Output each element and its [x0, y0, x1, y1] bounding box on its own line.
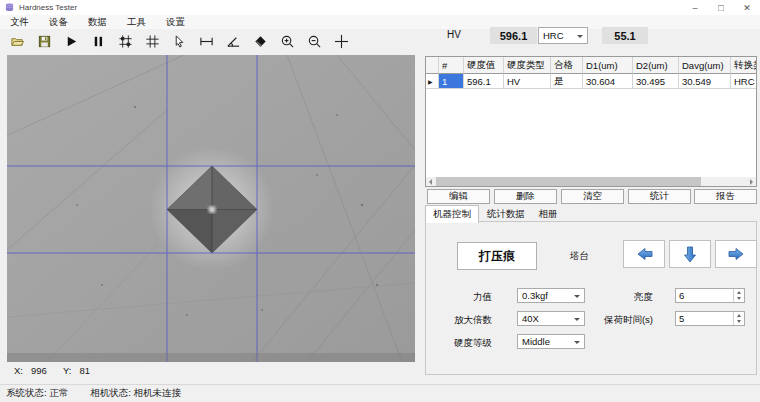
- angle-measure-icon[interactable]: [220, 32, 247, 52]
- crosshair-icon[interactable]: [328, 32, 355, 52]
- grid-icon[interactable]: [139, 32, 166, 52]
- menu-item-tools[interactable]: 工具: [117, 16, 156, 29]
- menu-item-file[interactable]: 文件: [0, 16, 39, 29]
- y-value: 81: [79, 365, 103, 376]
- save-icon[interactable]: [31, 32, 58, 52]
- stepper-arrows-icon[interactable]: [733, 312, 744, 325]
- open-icon[interactable]: [4, 32, 31, 52]
- image-bottom-vignette: [7, 353, 415, 362]
- minimize-button[interactable]: –: [682, 0, 708, 15]
- app-window: Hardness Tester – □ ✕ 文件 设备 数据 工具 设置: [0, 0, 760, 402]
- statusbar: 系统状态: 正常 相机状态: 相机未连接: [0, 384, 760, 402]
- col-header-davg[interactable]: Davg(um): [679, 57, 731, 74]
- dwell-time-value: 5: [679, 313, 684, 324]
- scroll-right-icon[interactable]: [747, 177, 756, 186]
- x-label: X:: [14, 365, 23, 376]
- tab-machine-control[interactable]: 机器控制: [425, 205, 479, 223]
- app-logo-icon: [5, 3, 14, 12]
- brightness-label: 亮度: [565, 291, 653, 304]
- clear-button[interactable]: 清空: [561, 189, 624, 204]
- y-label: Y:: [63, 365, 71, 376]
- hardness-level-label: 硬度等级: [412, 337, 492, 350]
- titlebar: Hardness Tester – □ ✕: [0, 0, 760, 15]
- col-header-index[interactable]: #: [439, 57, 464, 74]
- menu-item-data[interactable]: 数据: [78, 16, 117, 29]
- turret-label: 塔台: [570, 250, 589, 263]
- results-table[interactable]: # 硬度值 硬度类型 合格 D1(um) D2(um) Davg(um) 转换类…: [425, 56, 757, 187]
- row-selected-marker: ▶: [428, 78, 433, 85]
- delete-button[interactable]: 删除: [494, 189, 557, 204]
- selector-column-header: [426, 57, 439, 74]
- convert-type-value: HRC: [543, 30, 564, 41]
- tab-statistics[interactable]: 统计数据: [481, 206, 531, 222]
- brightness-stepper[interactable]: 6: [675, 288, 745, 303]
- zoom-in-icon[interactable]: [274, 32, 301, 52]
- magnification-label: 放大倍数: [412, 314, 492, 327]
- convert-type-dropdown[interactable]: HRC: [538, 27, 588, 44]
- eraser-icon[interactable]: [247, 32, 274, 52]
- chevron-down-icon: [577, 35, 583, 38]
- menu-item-device[interactable]: 设备: [39, 16, 78, 29]
- force-value: 0.3kgf: [522, 290, 548, 301]
- system-status: 系统状态: 正常: [6, 387, 68, 400]
- cell-type[interactable]: HV: [504, 74, 551, 89]
- turret-right-button[interactable]: [715, 240, 757, 268]
- scrollbar-thumb[interactable]: [436, 177, 701, 186]
- zoom-out-icon[interactable]: [301, 32, 328, 52]
- hardness-level-dropdown[interactable]: Middle: [517, 334, 585, 349]
- pause-icon[interactable]: [85, 32, 112, 52]
- brightness-value: 6: [679, 290, 684, 301]
- arrow-left-icon: [636, 247, 653, 261]
- hardness-level-value: Middle: [522, 336, 550, 347]
- close-button[interactable]: ✕: [734, 0, 760, 15]
- x-value: 996: [31, 365, 55, 376]
- hv-value-box: 596.1: [490, 27, 537, 44]
- turret-down-button[interactable]: [669, 240, 711, 268]
- maximize-button[interactable]: □: [708, 0, 734, 15]
- table-row[interactable]: ▶ 1 596.1 HV 是 30.604 30.495 30.549 HRC: [426, 74, 756, 89]
- converted-value-box: 55.1: [602, 27, 648, 44]
- cell-index[interactable]: 1: [439, 74, 464, 89]
- col-header-hardness[interactable]: 硬度值: [464, 57, 504, 74]
- col-header-pass[interactable]: 合格: [551, 57, 583, 74]
- menu-item-settings[interactable]: 设置: [156, 16, 195, 29]
- table-horizontal-scrollbar[interactable]: [426, 177, 756, 186]
- col-header-convert-type[interactable]: 转换类型: [731, 57, 757, 74]
- col-header-d2[interactable]: D2(um): [633, 57, 679, 74]
- cell-d2[interactable]: 30.495: [633, 74, 679, 89]
- cursor-coordinates: X: 996 Y: 81: [14, 365, 111, 376]
- horizontal-measure-icon[interactable]: [193, 32, 220, 52]
- stats-button[interactable]: 统计: [628, 189, 691, 204]
- arrow-right-icon: [728, 247, 745, 261]
- scroll-left-icon[interactable]: [426, 177, 435, 186]
- make-indent-button[interactable]: 打压痕: [457, 242, 537, 270]
- camera-status: 相机状态: 相机未连接: [90, 387, 181, 400]
- hv-label: HV: [447, 29, 461, 40]
- dwell-time-stepper[interactable]: 5: [675, 311, 745, 326]
- magnification-value: 40X: [522, 313, 539, 324]
- camera-view[interactable]: [7, 55, 415, 362]
- cell-d1[interactable]: 30.604: [583, 74, 633, 89]
- cell-davg[interactable]: 30.549: [679, 74, 731, 89]
- col-header-d1[interactable]: D1(um): [583, 57, 633, 74]
- dwell-time-label: 保荷时间(s): [565, 314, 653, 327]
- cursor-icon[interactable]: [166, 32, 193, 52]
- table-header-row: # 硬度值 硬度类型 合格 D1(um) D2(um) Davg(um) 转换类…: [426, 57, 756, 74]
- force-label: 力值: [412, 291, 492, 304]
- report-button[interactable]: 报告: [694, 189, 757, 204]
- col-header-type[interactable]: 硬度类型: [504, 57, 551, 74]
- turret-left-button[interactable]: [623, 240, 665, 268]
- cell-convert-type[interactable]: HRC: [731, 74, 757, 89]
- tab-album[interactable]: 相册: [533, 206, 563, 222]
- window-title: Hardness Tester: [19, 3, 77, 12]
- arrow-down-icon: [683, 246, 697, 263]
- cell-hardness[interactable]: 596.1: [464, 74, 504, 89]
- edit-button[interactable]: 编辑: [427, 189, 490, 204]
- cell-pass[interactable]: 是: [551, 74, 583, 89]
- chevron-down-icon: [574, 341, 580, 344]
- calibration-grid-icon[interactable]: [112, 32, 139, 52]
- stepper-arrows-icon[interactable]: [733, 289, 744, 302]
- play-icon[interactable]: [58, 32, 85, 52]
